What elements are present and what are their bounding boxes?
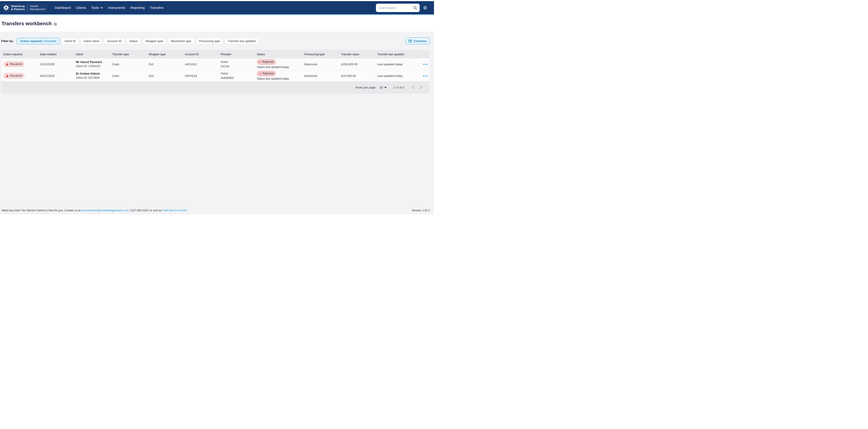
rejected-x-icon: × xyxy=(259,72,261,75)
row-actions-menu[interactable] xyxy=(419,64,430,65)
cell-provider: Aviva A1234 xyxy=(219,60,255,68)
client-id: Client ID: C09JVZ3 xyxy=(76,64,108,68)
rejected-badge: × Rejected xyxy=(257,71,276,76)
rows-per-page-label: Rows per page: xyxy=(355,86,376,89)
resubmit-badge-label: Resubmit xyxy=(10,63,22,66)
warning-triangle-icon xyxy=(6,74,9,77)
cell-transfer-value: £150,000.00 xyxy=(339,63,375,66)
page: Söderberg & Partners Wealth Management D… xyxy=(0,0,434,214)
col-header-transfer-value: Transfer value xyxy=(339,53,375,56)
brand-logo[interactable]: Söderberg & Partners Wealth Management xyxy=(2,3,48,12)
brand-name-line2: & Partners xyxy=(11,8,25,11)
filter-chip-action-required[interactable]: Action required: Resubmit xyxy=(17,38,60,44)
filter-chip-movement-type[interactable]: Movement type xyxy=(168,38,194,44)
status-note: Status last updated today xyxy=(257,65,301,69)
rejected-badge-label: Rejected xyxy=(262,60,274,64)
table-grid-icon xyxy=(408,40,412,42)
filter-chip-transfer-last-updated[interactable]: Transfer last updated xyxy=(225,38,258,44)
filter-chip-client-id[interactable]: Client ID xyxy=(61,38,79,44)
brand-flower-icon xyxy=(3,5,9,11)
rejected-x-icon: × xyxy=(259,61,261,63)
cell-account-id: 02FH214 xyxy=(183,74,219,77)
help-suffix: . xyxy=(187,209,187,212)
main-nav: Dashboard Clients Tools Instruments Repo… xyxy=(55,6,163,9)
nav-clients[interactable]: Clients xyxy=(76,6,86,9)
filter-chip-processing-type[interactable]: Processing type xyxy=(196,38,223,44)
cell-transfer-type: Cash xyxy=(111,74,147,77)
cell-client: Dr Ashlee Abbott Client ID: 02JJ5D9 xyxy=(74,72,111,80)
resubmit-badge[interactable]: Resubmit xyxy=(3,61,25,67)
filter-chip-status[interactable]: Status xyxy=(126,38,141,44)
nav-tools[interactable]: Tools xyxy=(91,6,103,9)
col-header-status: Status xyxy=(255,53,303,56)
filter-chip-client-name[interactable]: Client name xyxy=(81,38,102,44)
pagination-range: 1–2 of 2 xyxy=(394,86,404,89)
help-middle: , 0117 463 5100, or visit our xyxy=(129,209,163,212)
nav-instruments[interactable]: Instruments xyxy=(108,6,125,9)
cell-last-updated: Last updated today xyxy=(375,63,419,66)
col-header-action-required: Action required xyxy=(1,53,38,56)
rows-per-page-value: 10 xyxy=(379,86,383,89)
navbar-right: ⚙ xyxy=(376,4,427,12)
brand-name: Söderberg & Partners xyxy=(11,5,25,11)
settings-gear-icon[interactable]: ⚙ xyxy=(423,5,427,10)
nav-dashboard[interactable]: Dashboard xyxy=(55,6,70,9)
previous-page-button[interactable] xyxy=(411,85,415,90)
page-header: Transfers workbench i xyxy=(0,15,434,32)
cell-last-updated: Last updated today xyxy=(375,74,419,77)
next-page-button[interactable] xyxy=(419,85,423,90)
warning-triangle-icon xyxy=(6,63,9,66)
client-search xyxy=(376,4,420,12)
table-header-row: Action required Date initiated Client Tr… xyxy=(1,50,430,58)
brand-name-line1: Söderberg xyxy=(11,5,25,8)
search-icon[interactable] xyxy=(413,6,417,10)
client-id: Client ID: 02JJ5D9 xyxy=(76,76,108,80)
nav-transfers[interactable]: Transfers xyxy=(150,6,163,9)
rows-per-page-select[interactable]: 10 xyxy=(379,86,386,89)
filter-chip-wrapper-type[interactable]: Wrapper type xyxy=(143,38,166,44)
brand-division: Wealth Management xyxy=(30,5,45,11)
nav-tools-label: Tools xyxy=(91,6,99,9)
provider-ref: A1234 xyxy=(221,64,253,68)
caret-down-icon xyxy=(384,87,386,88)
chevron-down-icon xyxy=(100,7,103,9)
version-label: Version: 1.87.0 xyxy=(412,209,430,212)
col-header-client: Client xyxy=(74,53,111,56)
row-actions-menu[interactable] xyxy=(419,75,430,76)
help-prefix: Need any help? Our Service Centre is her… xyxy=(2,209,81,212)
columns-button[interactable]: Columns xyxy=(405,37,430,44)
cell-wrapper-type: ISA xyxy=(147,63,183,66)
chevron-left-icon xyxy=(412,86,415,89)
service-centre-email-link[interactable]: servicecentre@soderbergpartners.com xyxy=(81,209,129,212)
cell-status: × Rejected Status last updated today xyxy=(255,59,303,69)
cell-wrapper-type: GIA xyxy=(147,74,183,77)
filter-chip-action-required-label: Action required: xyxy=(20,39,43,43)
columns-button-label: Columns xyxy=(413,39,427,43)
provider-name: Aviva xyxy=(221,71,253,75)
rejected-badge: × Rejected xyxy=(257,59,276,65)
main-content: Filter by: Action required: Resubmit Cli… xyxy=(0,32,434,214)
page-footer: Need any help? Our Service Centre is her… xyxy=(1,206,430,214)
cell-provider: Aviva Av939302 xyxy=(219,71,255,80)
col-header-account-id: Account ID xyxy=(183,53,219,56)
resubmit-badge[interactable]: Resubmit xyxy=(3,73,25,79)
nav-reporting[interactable]: Reporting xyxy=(130,6,145,9)
transfers-table: Action required Date initiated Client Tr… xyxy=(1,50,430,94)
filter-chip-action-required-value: Resubmit xyxy=(44,39,56,43)
filter-chip-account-id[interactable]: Account ID xyxy=(104,38,125,44)
col-header-date-initiated: Date initiated xyxy=(38,53,74,56)
cell-account-id: A0C23LY xyxy=(183,63,219,66)
client-name: Dr Ashlee Abbott xyxy=(76,72,108,76)
self-service-centre-link[interactable]: Self-Service Centre xyxy=(163,209,187,212)
help-text: Need any help? Our Service Centre is her… xyxy=(2,209,187,212)
brand-divider xyxy=(27,5,28,11)
chevron-right-icon xyxy=(420,86,423,89)
info-icon[interactable]: i xyxy=(54,23,57,26)
cell-client: Mr Hass2 Passlar2 Client ID: C09JVZ3 xyxy=(74,60,111,68)
col-header-transfer-last-updated: Transfer last updated xyxy=(375,53,419,56)
col-header-transfer-type: Transfer type xyxy=(111,53,147,56)
cell-processing-type: Electronic xyxy=(303,63,339,66)
cell-transfer-value: £10,000.00 xyxy=(339,74,375,77)
filter-bar: Filter by: Action required: Resubmit Cli… xyxy=(1,37,430,44)
cell-date-initiated: 04/12/2025 xyxy=(38,74,74,77)
